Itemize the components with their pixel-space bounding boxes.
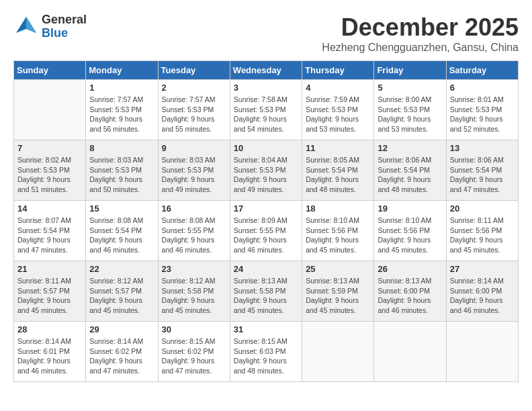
day-number: 31	[234, 324, 298, 334]
weekday-header-thursday: Thursday	[302, 61, 374, 80]
day-info: Sunrise: 8:14 AM Sunset: 6:02 PM Dayligh…	[89, 336, 154, 376]
calendar-week-row: 1Sunrise: 7:57 AM Sunset: 5:53 PM Daylig…	[14, 80, 519, 140]
day-info: Sunrise: 8:03 AM Sunset: 5:53 PM Dayligh…	[162, 155, 226, 195]
calendar-cell: 1Sunrise: 7:57 AM Sunset: 5:53 PM Daylig…	[86, 80, 158, 140]
calendar-cell: 12Sunrise: 8:06 AM Sunset: 5:54 PM Dayli…	[374, 140, 446, 201]
day-number: 17	[234, 203, 298, 214]
day-number: 15	[89, 203, 154, 214]
day-number: 18	[306, 203, 370, 214]
day-number: 7	[17, 143, 82, 153]
day-info: Sunrise: 7:59 AM Sunset: 5:53 PM Dayligh…	[306, 95, 370, 134]
day-number: 8	[89, 143, 154, 153]
day-number: 9	[162, 143, 226, 153]
calendar-cell: 30Sunrise: 8:15 AM Sunset: 6:02 PM Dayli…	[158, 322, 230, 382]
calendar-cell: 11Sunrise: 8:05 AM Sunset: 5:54 PM Dayli…	[302, 140, 374, 201]
day-number: 6	[450, 83, 515, 93]
day-info: Sunrise: 8:11 AM Sunset: 5:57 PM Dayligh…	[17, 276, 82, 316]
day-info: Sunrise: 8:01 AM Sunset: 5:53 PM Dayligh…	[450, 95, 515, 134]
calendar-cell: 27Sunrise: 8:14 AM Sunset: 6:00 PM Dayli…	[446, 261, 518, 322]
day-info: Sunrise: 7:57 AM Sunset: 5:53 PM Dayligh…	[162, 95, 226, 134]
calendar-cell: 10Sunrise: 8:04 AM Sunset: 5:53 PM Dayli…	[230, 140, 302, 201]
day-info: Sunrise: 8:00 AM Sunset: 5:53 PM Dayligh…	[378, 95, 442, 134]
calendar-cell: 8Sunrise: 8:03 AM Sunset: 5:53 PM Daylig…	[86, 140, 158, 201]
day-number: 2	[162, 83, 226, 93]
calendar-cell: 18Sunrise: 8:10 AM Sunset: 5:56 PM Dayli…	[302, 201, 374, 261]
calendar-cell: 7Sunrise: 8:02 AM Sunset: 5:53 PM Daylig…	[14, 140, 86, 201]
day-number: 25	[306, 264, 370, 274]
day-number: 24	[234, 264, 298, 274]
day-number: 23	[162, 264, 226, 274]
day-info: Sunrise: 8:12 AM Sunset: 5:58 PM Dayligh…	[162, 276, 226, 316]
calendar-cell	[446, 322, 518, 382]
day-number: 3	[234, 83, 298, 93]
calendar-cell: 9Sunrise: 8:03 AM Sunset: 5:53 PM Daylig…	[158, 140, 230, 201]
day-number: 26	[378, 264, 442, 274]
calendar-header-row: SundayMondayTuesdayWednesdayThursdayFrid…	[14, 61, 519, 80]
weekday-header-monday: Monday	[86, 61, 158, 80]
calendar-cell: 2Sunrise: 7:57 AM Sunset: 5:53 PM Daylig…	[158, 80, 230, 140]
day-info: Sunrise: 8:04 AM Sunset: 5:53 PM Dayligh…	[234, 155, 298, 195]
calendar-cell: 13Sunrise: 8:06 AM Sunset: 5:54 PM Dayli…	[446, 140, 518, 201]
calendar-cell: 28Sunrise: 8:14 AM Sunset: 6:01 PM Dayli…	[14, 322, 86, 382]
calendar-cell: 14Sunrise: 8:07 AM Sunset: 5:54 PM Dayli…	[14, 201, 86, 261]
day-info: Sunrise: 8:11 AM Sunset: 5:56 PM Dayligh…	[450, 216, 515, 255]
day-number: 28	[17, 324, 82, 334]
day-info: Sunrise: 8:08 AM Sunset: 5:55 PM Dayligh…	[162, 216, 226, 255]
day-info: Sunrise: 7:58 AM Sunset: 5:53 PM Dayligh…	[234, 95, 298, 134]
day-info: Sunrise: 8:15 AM Sunset: 6:02 PM Dayligh…	[162, 336, 226, 376]
day-number: 22	[89, 264, 154, 274]
day-number: 29	[89, 324, 154, 334]
day-number: 11	[306, 143, 370, 153]
calendar-week-row: 28Sunrise: 8:14 AM Sunset: 6:01 PM Dayli…	[14, 322, 519, 382]
weekday-header-sunday: Sunday	[14, 61, 86, 80]
day-info: Sunrise: 8:15 AM Sunset: 6:03 PM Dayligh…	[234, 336, 298, 376]
day-number: 13	[450, 143, 515, 153]
day-info: Sunrise: 8:14 AM Sunset: 6:01 PM Dayligh…	[17, 336, 82, 376]
calendar-cell: 31Sunrise: 8:15 AM Sunset: 6:03 PM Dayli…	[230, 322, 302, 382]
day-info: Sunrise: 8:02 AM Sunset: 5:53 PM Dayligh…	[17, 155, 82, 195]
day-number: 12	[378, 143, 442, 153]
calendar-cell	[374, 322, 446, 382]
day-number: 27	[450, 264, 515, 274]
calendar-table: SundayMondayTuesdayWednesdayThursdayFrid…	[13, 60, 519, 382]
logo-blue: Blue	[42, 27, 87, 40]
title-section: December 2025 Hezheng Chengguanzhen, Gan…	[322, 13, 519, 54]
day-info: Sunrise: 8:03 AM Sunset: 5:53 PM Dayligh…	[89, 155, 154, 195]
calendar-cell	[14, 80, 86, 140]
calendar-cell: 3Sunrise: 7:58 AM Sunset: 5:53 PM Daylig…	[230, 80, 302, 140]
calendar-cell: 23Sunrise: 8:12 AM Sunset: 5:58 PM Dayli…	[158, 261, 230, 322]
day-number: 10	[234, 143, 298, 153]
day-number: 5	[378, 83, 442, 93]
day-number: 16	[162, 203, 226, 214]
page-header: General Blue December 2025 Hezheng Cheng…	[13, 13, 519, 54]
logo-icon	[13, 14, 39, 40]
day-info: Sunrise: 7:57 AM Sunset: 5:53 PM Dayligh…	[89, 95, 154, 134]
day-info: Sunrise: 8:09 AM Sunset: 5:55 PM Dayligh…	[234, 216, 298, 255]
day-number: 4	[306, 83, 370, 93]
calendar-cell: 4Sunrise: 7:59 AM Sunset: 5:53 PM Daylig…	[302, 80, 374, 140]
calendar-cell: 6Sunrise: 8:01 AM Sunset: 5:53 PM Daylig…	[446, 80, 518, 140]
day-info: Sunrise: 8:05 AM Sunset: 5:54 PM Dayligh…	[306, 155, 370, 195]
calendar-cell: 26Sunrise: 8:13 AM Sunset: 6:00 PM Dayli…	[374, 261, 446, 322]
weekday-header-friday: Friday	[374, 61, 446, 80]
logo: General Blue	[13, 13, 87, 40]
day-info: Sunrise: 8:08 AM Sunset: 5:54 PM Dayligh…	[89, 216, 154, 255]
day-info: Sunrise: 8:13 AM Sunset: 5:59 PM Dayligh…	[306, 276, 370, 316]
calendar-week-row: 21Sunrise: 8:11 AM Sunset: 5:57 PM Dayli…	[14, 261, 519, 322]
day-number: 21	[17, 264, 82, 274]
calendar-week-row: 14Sunrise: 8:07 AM Sunset: 5:54 PM Dayli…	[14, 201, 519, 261]
calendar-cell: 25Sunrise: 8:13 AM Sunset: 5:59 PM Dayli…	[302, 261, 374, 322]
logo-general: General	[42, 13, 87, 27]
calendar-cell: 15Sunrise: 8:08 AM Sunset: 5:54 PM Dayli…	[86, 201, 158, 261]
day-info: Sunrise: 8:10 AM Sunset: 5:56 PM Dayligh…	[306, 216, 370, 255]
day-number: 1	[89, 83, 154, 93]
day-number: 19	[378, 203, 442, 214]
location-title: Hezheng Chengguanzhen, Gansu, China	[322, 42, 519, 54]
day-info: Sunrise: 8:14 AM Sunset: 6:00 PM Dayligh…	[450, 276, 515, 316]
weekday-header-saturday: Saturday	[446, 61, 518, 80]
day-info: Sunrise: 8:13 AM Sunset: 5:58 PM Dayligh…	[234, 276, 298, 316]
calendar-cell: 24Sunrise: 8:13 AM Sunset: 5:58 PM Dayli…	[230, 261, 302, 322]
day-number: 30	[162, 324, 226, 334]
day-number: 14	[17, 203, 82, 214]
day-info: Sunrise: 8:12 AM Sunset: 5:57 PM Dayligh…	[89, 276, 154, 316]
